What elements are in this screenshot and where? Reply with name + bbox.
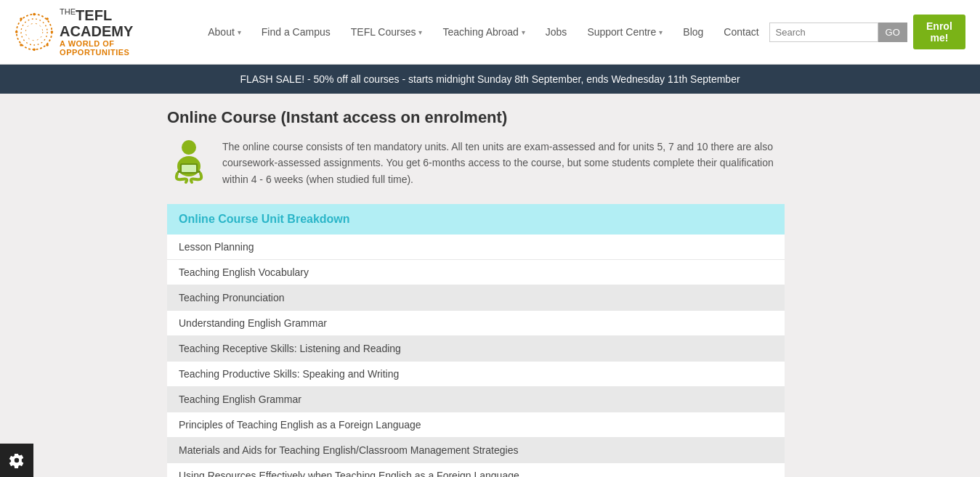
logo-tagline: A WORLD OF OPPORTUNITIES [60,39,176,57]
svg-point-7 [33,49,36,52]
nav-support-centre[interactable]: Support Centre ▾ [577,20,673,44]
course-unit-row: Teaching Productive Skills: Speaking and… [167,362,785,387]
course-unit-row: Understanding English Grammar [167,311,785,336]
student-icon [167,139,211,189]
nav-tefl-courses[interactable]: TEFL Courses ▾ [341,20,433,44]
logo-text: THETEFL ACADEMY A WORLD OF OPPORTUNITIES [60,7,176,57]
nav-blog[interactable]: Blog [673,20,713,44]
logo[interactable]: THETEFL ACADEMY A WORLD OF OPPORTUNITIES [15,7,176,57]
svg-point-10 [20,17,23,20]
course-unit-row: Teaching Pronunciation [167,285,785,311]
course-unit-row: Using Resources Effectively when Teachin… [167,463,785,478]
header-actions: GO Enrol me! [769,15,965,49]
course-description: The online course consists of ten mandat… [222,139,785,187]
content-area: Online Course (Instant access on enrolme… [167,108,785,477]
course-breakdown-table: Online Course Unit Breakdown Lesson Plan… [167,204,785,477]
gear-icon [9,452,25,468]
flash-sale-banner: FLASH SALE! - 50% off all courses - star… [0,65,980,94]
chevron-down-icon: ▾ [659,28,663,36]
chevron-down-icon: ▾ [418,28,422,36]
svg-point-11 [182,140,196,155]
nav-jobs[interactable]: Jobs [535,20,578,44]
svg-point-2 [25,23,42,40]
course-unit-row: Teaching English Vocabulary [167,260,785,285]
main-nav: About ▾ Find a Campus TEFL Courses ▾ Tea… [198,20,769,44]
page-title: Online Course (Instant access on enrolme… [167,108,785,127]
logo-name: THETEFL ACADEMY [60,7,176,39]
nav-find-campus[interactable]: Find a Campus [251,20,341,44]
nav-teaching-abroad[interactable]: Teaching Abroad ▾ [432,20,535,44]
settings-widget[interactable] [0,444,33,477]
svg-point-4 [46,17,49,20]
chevron-down-icon: ▾ [238,28,241,36]
svg-point-5 [51,30,54,33]
search-go-button[interactable]: GO [878,23,907,42]
enrol-button[interactable]: Enrol me! [913,15,965,49]
course-intro: The online course consists of ten mandat… [167,139,785,189]
site-header: THETEFL ACADEMY A WORLD OF OPPORTUNITIES… [0,0,980,65]
chevron-down-icon: ▾ [522,28,525,36]
nav-about[interactable]: About ▾ [198,20,251,44]
svg-point-8 [20,44,23,46]
nav-contact[interactable]: Contact [713,20,769,44]
svg-point-9 [15,30,18,33]
course-unit-row: Teaching Receptive Skills: Listening and… [167,336,785,362]
course-unit-row: Lesson Planning [167,235,785,260]
main-content: Online Course (Instant access on enrolme… [0,94,980,477]
svg-point-1 [21,19,47,45]
svg-point-3 [33,13,36,16]
svg-rect-15 [182,165,196,172]
course-unit-row: Teaching English Grammar [167,387,785,412]
search-input[interactable] [769,23,878,42]
course-unit-row: Materials and Aids for Teaching English/… [167,438,785,463]
course-unit-row: Principles of Teaching English as a Fore… [167,412,785,438]
breakdown-header: Online Course Unit Breakdown [167,204,785,235]
search-box: GO [769,23,907,42]
svg-point-6 [46,44,49,46]
